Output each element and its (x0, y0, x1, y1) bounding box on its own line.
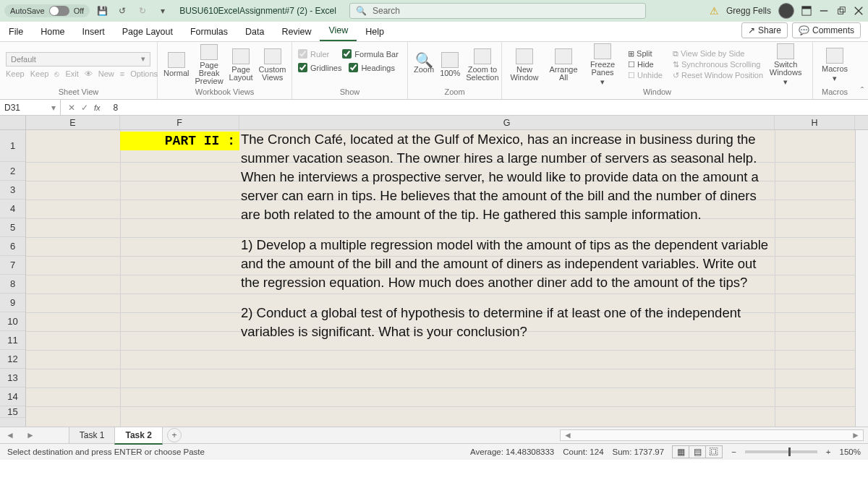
zoom-100-button[interactable]: 100% (440, 52, 460, 77)
row-header[interactable]: 13 (0, 369, 25, 388)
share-button[interactable]: ↗Share (741, 22, 788, 38)
col-header-G[interactable]: G (239, 116, 775, 129)
tab-review[interactable]: Review (273, 22, 320, 41)
undo-icon[interactable]: ↺ (114, 3, 130, 19)
col-header-H[interactable]: H (775, 116, 855, 129)
arrange-all-button[interactable]: Arrange All (547, 48, 580, 82)
add-sheet-button[interactable]: + (167, 428, 182, 442)
new-button[interactable]: 👁 (85, 69, 93, 78)
share-icon: ↗ (748, 25, 755, 35)
zoom-slider[interactable] (745, 450, 817, 453)
normal-mode-icon[interactable]: ▦ (672, 445, 689, 458)
tab-formulas[interactable]: Formulas (182, 22, 237, 41)
split-button[interactable]: ⊞ Split (628, 49, 663, 59)
sheet-tab-task2[interactable]: Task 2 (114, 427, 162, 445)
row-header[interactable]: 8 (0, 275, 25, 294)
group-label: Workbook Views (163, 86, 286, 98)
formula-bar: D31▾ ✕ ✓ fx 8 (0, 100, 868, 116)
sheet-nav-next-icon[interactable]: ► (20, 430, 41, 440)
qat-dropdown-icon[interactable]: ▾ (155, 3, 171, 19)
tab-home[interactable]: Home (32, 22, 73, 41)
avatar[interactable] (778, 3, 794, 19)
side-by-side-button: ⧉ View Side by Side (673, 49, 763, 59)
row-header[interactable]: 3 (0, 181, 25, 200)
cancel-icon[interactable]: ✕ (68, 103, 75, 113)
save-icon[interactable]: 💾 (94, 3, 110, 19)
collapse-ribbon-icon[interactable]: ˆ (856, 42, 868, 99)
tab-insert[interactable]: Insert (74, 22, 114, 41)
search-input[interactable]: 🔍 Search (349, 3, 646, 19)
page-break-button[interactable]: Page Break Preview (195, 44, 223, 85)
search-icon: 🔍 (356, 6, 367, 16)
vertical-scrollbar[interactable] (855, 130, 868, 427)
row-header[interactable]: 1 (0, 130, 25, 162)
warning-icon[interactable]: ⚠ (710, 5, 719, 17)
options-button[interactable]: ≡ (120, 69, 124, 78)
page-layout-mode-icon[interactable]: ▤ (689, 445, 706, 458)
row-headers: 1 2 3 4 5 6 7 8 9 10 11 12 13 14 15 (0, 130, 26, 427)
row-header[interactable]: 5 (0, 218, 25, 237)
col-header-F[interactable]: F (120, 116, 239, 129)
cell-grid[interactable]: PART II : The Cronch Café, located at th… (26, 130, 855, 427)
headings-checkbox[interactable]: Headings (349, 63, 394, 72)
page-break-mode-icon[interactable]: ⿴ (705, 445, 723, 458)
select-all-corner[interactable] (0, 116, 26, 130)
group-label: Sheet View (6, 86, 151, 98)
freeze-panes-button[interactable]: Freeze Panes▾ (586, 43, 619, 86)
hscroll-right-icon[interactable]: ► (848, 430, 863, 440)
formula-bar-checkbox[interactable]: Formula Bar (342, 49, 399, 59)
custom-views-button[interactable]: Custom Views (259, 48, 286, 82)
row-header[interactable]: 7 (0, 256, 25, 275)
minimize-icon[interactable] (819, 6, 829, 16)
sheet-tab-task1[interactable]: Task 1 (69, 427, 116, 444)
autosave-toggle[interactable]: AutoSave Off (4, 4, 90, 17)
switch-windows-button[interactable]: Switch Windows▾ (769, 43, 802, 86)
zoom-button[interactable]: 🔍Zoom (414, 56, 434, 74)
tab-help[interactable]: Help (357, 22, 393, 41)
tab-data[interactable]: Data (237, 22, 273, 41)
hide-button[interactable]: ☐ Hide (628, 60, 663, 69)
name-box[interactable]: D31▾ (0, 100, 61, 115)
keep-button[interactable]: Keep (6, 69, 25, 78)
group-sheet-view: Default▾ KeepKeep ⎋Exit 👁New ≡Options Sh… (0, 42, 158, 99)
row-header[interactable]: 10 (0, 312, 25, 331)
tab-file[interactable]: File (0, 22, 32, 41)
row-header[interactable]: 14 (0, 388, 25, 406)
formula-value[interactable]: 8 (108, 103, 124, 113)
fx-icon[interactable]: fx (94, 103, 101, 112)
row-header[interactable]: 11 (0, 331, 25, 350)
enter-icon[interactable]: ✓ (81, 103, 88, 113)
row-header[interactable]: 12 (0, 350, 25, 369)
new-window-button[interactable]: New Window (508, 48, 541, 82)
ribbon-display-icon[interactable] (801, 6, 812, 16)
macros-button[interactable]: Macros▾ (819, 48, 851, 82)
view-mode-buttons[interactable]: ▦ ▤ ⿴ (673, 445, 723, 458)
row-header[interactable]: 4 (0, 200, 25, 218)
row-header[interactable]: 2 (0, 162, 25, 181)
sheet-nav-prev-icon[interactable]: ◄ (0, 430, 20, 440)
user-name[interactable]: Gregg Fells (726, 6, 771, 16)
normal-view-button[interactable]: Normal (163, 52, 189, 77)
hscroll-left-icon[interactable]: ◄ (561, 430, 575, 440)
page-layout-button[interactable]: Page Layout (229, 48, 253, 82)
gridlines-checkbox[interactable]: Gridlines (298, 63, 341, 72)
zoom-level[interactable]: 150% (840, 448, 861, 456)
zoom-selection-button[interactable]: Zoom to Selection (466, 48, 498, 82)
exit-button[interactable]: ⎋ (54, 69, 59, 78)
col-header-E[interactable]: E (26, 116, 120, 129)
tab-view[interactable]: View (320, 21, 357, 41)
row-header[interactable]: 9 (0, 294, 25, 312)
comments-button[interactable]: 💬Comments (792, 22, 861, 38)
stat-sum: Sum: 1737.97 (613, 448, 665, 456)
row-header[interactable]: 6 (0, 237, 25, 256)
close-icon[interactable] (854, 6, 864, 16)
sheet-view-combo[interactable]: Default▾ (6, 52, 150, 67)
row-header[interactable]: 15 (0, 406, 25, 418)
zoom-in-button[interactable]: + (826, 448, 831, 456)
stat-count: Count: 124 (563, 448, 603, 456)
toggle-off-icon[interactable] (49, 6, 69, 16)
redo-icon[interactable]: ↻ (135, 3, 150, 19)
tab-page-layout[interactable]: Page Layout (114, 22, 182, 41)
zoom-out-button[interactable]: − (731, 448, 736, 456)
restore-icon[interactable] (836, 6, 846, 16)
